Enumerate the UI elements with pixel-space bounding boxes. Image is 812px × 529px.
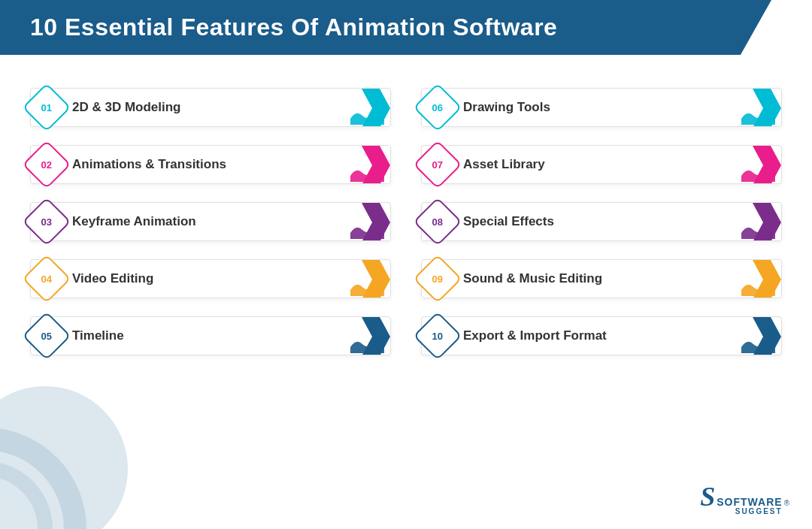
feature-bar-07: Asset Library [421,145,782,184]
feature-number-04: 04 [41,274,52,285]
feature-bar-04: Video Editing [30,259,391,298]
wave-deco-09 [741,275,775,296]
feature-number-09: 09 [432,274,443,285]
logo-reg: ® [784,499,789,507]
feature-bar-01: 2D & 3D Modeling [30,88,391,127]
feature-number-10: 10 [432,331,443,342]
deco-bottom-left [0,409,150,529]
feature-bar-08: Special Effects [421,202,782,241]
wave-deco-10 [741,332,775,353]
wave-deco-08 [741,218,775,239]
feature-bar-03: Keyframe Animation [30,202,391,241]
feature-item-04: 04 Video Editing [30,256,391,301]
wave-deco-04 [350,275,384,296]
header-wrapper: 10 Essential Features Of Animation Softw… [0,0,812,55]
feature-item-02: 02 Animations & Transitions [30,142,391,187]
diamond-badge-04: 04 [27,259,66,298]
svg-point-1 [0,469,45,529]
wave-deco-06 [741,104,775,125]
feature-number-03: 03 [41,216,52,228]
feature-label-02: Animations & Transitions [72,157,226,172]
wave-deco-03 [350,218,384,239]
diamond-badge-09: 09 [418,259,457,298]
feature-label-03: Keyframe Animation [72,214,196,229]
wave-deco-05 [350,332,384,353]
logo-software: SOFTWARE [717,497,782,507]
feature-label-05: Timeline [72,328,124,343]
logo: S SOFTWARE SUGGEST ® [700,481,789,515]
feature-bar-09: Sound & Music Editing [421,259,782,298]
diamond-badge-05: 05 [27,316,66,355]
diamond-badge-10: 10 [418,316,457,355]
feature-bar-02: Animations & Transitions [30,145,391,184]
feature-label-06: Drawing Tools [463,100,550,115]
feature-number-01: 01 [41,102,52,113]
feature-item-03: 03 Keyframe Animation [30,199,391,244]
diamond-badge-02: 02 [27,145,66,184]
feature-label-08: Special Effects [463,214,554,229]
feature-number-05: 05 [41,331,52,342]
feature-label-04: Video Editing [72,271,153,286]
feature-number-07: 07 [432,159,443,171]
feature-label-01: 2D & 3D Modeling [72,100,181,115]
feature-item-06: 06 Drawing Tools [421,85,782,130]
feature-item-05: 05 Timeline [30,313,391,358]
diamond-badge-06: 06 [418,88,457,127]
main-container: 10 Essential Features Of Animation Softw… [0,0,812,529]
wave-deco-07 [741,161,775,182]
feature-bar-10: Export & Import Format [421,316,782,355]
page-title: 10 Essential Features Of Animation Softw… [30,14,557,41]
logo-s: S [700,481,715,512]
features-grid: 01 2D & 3D Modeling 06 Drawing [0,62,812,373]
feature-number-02: 02 [41,159,52,171]
header: 10 Essential Features Of Animation Softw… [0,0,771,55]
feature-label-09: Sound & Music Editing [463,271,602,286]
feature-bar-06: Drawing Tools [421,88,782,127]
diamond-badge-07: 07 [418,145,457,184]
wave-deco-01 [350,104,384,125]
feature-item-10: 10 Export & Import Format [421,313,782,358]
diamond-badge-08: 08 [418,202,457,241]
feature-item-01: 01 2D & 3D Modeling [30,85,391,130]
feature-label-10: Export & Import Format [463,328,607,343]
diamond-badge-03: 03 [27,202,66,241]
feature-item-07: 07 Asset Library [421,142,782,187]
feature-item-09: 09 Sound & Music Editing [421,256,782,301]
feature-item-08: 08 Special Effects [421,199,782,244]
feature-number-06: 06 [432,102,443,113]
diamond-badge-01: 01 [27,88,66,127]
feature-number-08: 08 [432,216,443,228]
wave-deco-02 [350,161,384,182]
logo-suggest: SUGGEST [717,507,782,515]
feature-label-07: Asset Library [463,157,545,172]
feature-bar-05: Timeline [30,316,391,355]
